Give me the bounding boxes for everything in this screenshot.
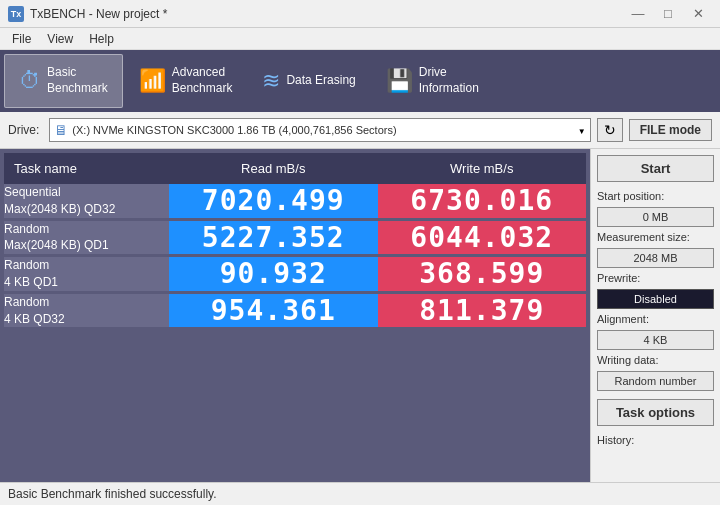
window-controls: — □ ✕ (624, 4, 712, 24)
minimize-button[interactable]: — (624, 4, 652, 24)
maximize-button[interactable]: □ (654, 4, 682, 24)
read-sequential: 7020.499 (169, 184, 378, 219)
status-bar: Basic Benchmark finished successfully. (0, 482, 720, 504)
read-random-4kb-qd32: 954.361 (169, 292, 378, 329)
write-sequential: 6730.016 (378, 184, 587, 219)
drive-select-icon: 🖥 (54, 122, 68, 138)
task-sequential: SequentialMax(2048 KB) QD32 (4, 184, 169, 219)
basic-benchmark-label: BasicBenchmark (47, 65, 108, 96)
data-erasing-label: Data Erasing (286, 73, 355, 89)
measurement-size-value: 2048 MB (597, 248, 714, 268)
task-options-button[interactable]: Task options (597, 399, 714, 426)
drive-information-button[interactable]: 💾 DriveInformation (372, 54, 493, 108)
menu-help[interactable]: Help (81, 30, 122, 48)
status-text: Basic Benchmark finished successfully. (8, 487, 217, 501)
menu-view[interactable]: View (39, 30, 81, 48)
table-body: SequentialMax(2048 KB) QD32 7020.499 673… (4, 184, 586, 329)
drive-select[interactable]: 🖥 (X:) NVMe KINGSTON SKC3000 1.86 TB (4,… (49, 118, 590, 142)
task-random-4kb-qd32: Random4 KB QD32 (4, 292, 169, 329)
task-random-2048-qd1: RandomMax(2048 KB) QD1 (4, 219, 169, 256)
toolbar: ⏱ BasicBenchmark 📶 AdvancedBenchmark ≋ D… (0, 50, 720, 112)
table-row: SequentialMax(2048 KB) QD32 7020.499 673… (4, 184, 586, 219)
main-content: Task name Read mB/s Write mB/s Sequentia… (0, 149, 720, 482)
window-title: TxBENCH - New project * (30, 7, 167, 21)
menu-bar: File View Help (0, 28, 720, 50)
read-random-2048-qd1: 5227.352 (169, 219, 378, 256)
drive-select-value: 🖥 (X:) NVMe KINGSTON SKC3000 1.86 TB (4,… (54, 122, 396, 138)
benchmark-area: Task name Read mB/s Write mB/s Sequentia… (0, 149, 590, 482)
prewrite-label: Prewrite: (597, 272, 714, 284)
drive-select-chevron (578, 124, 586, 136)
title-bar: Tx TxBENCH - New project * — □ ✕ (0, 0, 720, 28)
advanced-benchmark-icon: 📶 (139, 68, 166, 94)
writing-data-value: Random number (597, 371, 714, 391)
col-read: Read mB/s (169, 153, 378, 184)
benchmark-table: Task name Read mB/s Write mB/s Sequentia… (4, 153, 586, 330)
file-mode-button[interactable]: FILE mode (629, 119, 712, 141)
app-icon: Tx (8, 6, 24, 22)
read-random-4kb-qd1: 90.932 (169, 256, 378, 293)
table-row: Random4 KB QD32 954.361 811.379 (4, 292, 586, 329)
advanced-benchmark-button[interactable]: 📶 AdvancedBenchmark (125, 54, 247, 108)
prewrite-value: Disabled (597, 289, 714, 309)
measurement-size-label: Measurement size: (597, 231, 714, 243)
history-label: History: (597, 434, 714, 446)
advanced-benchmark-label: AdvancedBenchmark (172, 65, 233, 96)
write-random-2048-qd1: 6044.032 (378, 219, 587, 256)
writing-data-label: Writing data: (597, 354, 714, 366)
data-erasing-button[interactable]: ≋ Data Erasing (248, 54, 369, 108)
menu-file[interactable]: File (4, 30, 39, 48)
basic-benchmark-button[interactable]: ⏱ BasicBenchmark (4, 54, 123, 108)
alignment-value: 4 KB (597, 330, 714, 350)
drive-information-label: DriveInformation (419, 65, 479, 96)
col-task: Task name (4, 153, 169, 184)
drive-label: Drive: (8, 123, 39, 137)
right-panel: Start Start position: 0 MB Measurement s… (590, 149, 720, 482)
title-bar-left: Tx TxBENCH - New project * (8, 6, 167, 22)
alignment-label: Alignment: (597, 313, 714, 325)
col-write: Write mB/s (378, 153, 587, 184)
table-row: RandomMax(2048 KB) QD1 5227.352 6044.032 (4, 219, 586, 256)
table-header: Task name Read mB/s Write mB/s (4, 153, 586, 184)
start-position-value: 0 MB (597, 207, 714, 227)
write-random-4kb-qd1: 368.599 (378, 256, 587, 293)
write-random-4kb-qd32: 811.379 (378, 292, 587, 329)
start-position-label: Start position: (597, 190, 714, 202)
drive-information-icon: 💾 (386, 68, 413, 94)
data-erasing-icon: ≋ (262, 68, 280, 94)
table-row: Random4 KB QD1 90.932 368.599 (4, 256, 586, 293)
drive-refresh-button[interactable]: ↻ (597, 118, 623, 142)
start-button[interactable]: Start (597, 155, 714, 182)
task-random-4kb-qd1: Random4 KB QD1 (4, 256, 169, 293)
drive-row: Drive: 🖥 (X:) NVMe KINGSTON SKC3000 1.86… (0, 112, 720, 149)
basic-benchmark-icon: ⏱ (19, 68, 41, 94)
close-button[interactable]: ✕ (684, 4, 712, 24)
